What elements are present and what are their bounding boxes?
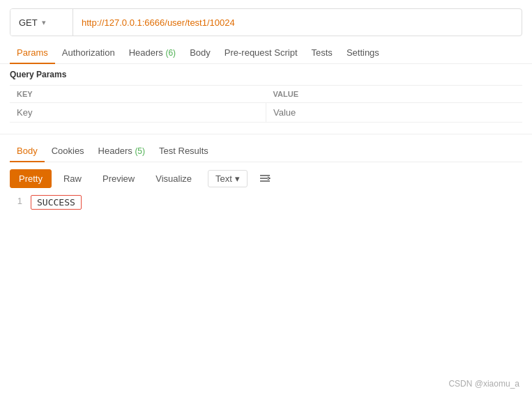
wrap-icon <box>259 173 271 185</box>
wrap-text-button[interactable] <box>254 170 275 188</box>
key-cell[interactable] <box>10 103 266 123</box>
tab-headers[interactable]: Headers (6) <box>122 42 183 63</box>
value-input[interactable] <box>273 107 515 118</box>
response-content: SUCCESS <box>31 195 82 210</box>
table-row <box>10 103 522 123</box>
tab-params[interactable]: Params <box>10 42 55 63</box>
response-body-area: 1 SUCCESS <box>10 188 522 217</box>
params-table: KEY VALUE <box>10 85 522 123</box>
response-tab-body[interactable]: Body <box>10 140 45 162</box>
response-tabs: Body Cookies Headers (5) Test Results <box>10 140 522 162</box>
format-row: Pretty Raw Preview Visualize Text ▾ <box>10 169 522 188</box>
text-dropdown-chevron-icon: ▾ <box>235 173 240 184</box>
section-divider <box>0 134 532 134</box>
response-tab-cookies[interactable]: Cookies <box>45 140 91 162</box>
format-visualize-button[interactable]: Visualize <box>146 169 201 188</box>
format-raw-button[interactable]: Raw <box>54 169 91 188</box>
tab-authorization[interactable]: Authorization <box>55 42 122 63</box>
tab-settings[interactable]: Settings <box>340 42 386 63</box>
text-type-label: Text <box>215 173 232 184</box>
tab-body[interactable]: Body <box>183 42 218 63</box>
method-chevron-icon: ▾ <box>42 18 46 27</box>
response-tab-headers[interactable]: Headers (5) <box>91 140 152 162</box>
response-section: Body Cookies Headers (5) Test Results Pr… <box>0 140 532 217</box>
query-params-title: Query Params <box>0 64 532 85</box>
method-dropdown[interactable]: GET ▾ <box>10 9 73 36</box>
value-column-header: VALUE <box>266 86 523 103</box>
watermark: CSDN @xiaomu_a <box>448 379 519 389</box>
value-cell[interactable] <box>266 103 523 123</box>
url-input[interactable] <box>73 17 522 28</box>
url-bar: GET ▾ <box>10 8 522 36</box>
key-column-header: KEY <box>10 86 266 103</box>
response-tab-test-results[interactable]: Test Results <box>152 140 215 162</box>
key-input[interactable] <box>17 107 259 118</box>
tab-pre-request-script[interactable]: Pre-request Script <box>218 42 305 63</box>
method-label: GET <box>19 17 38 28</box>
tab-tests[interactable]: Tests <box>305 42 340 63</box>
request-tabs: Params Authorization Headers (6) Body Pr… <box>0 42 532 64</box>
line-number: 1 <box>10 195 22 210</box>
format-pretty-button[interactable]: Pretty <box>10 169 52 188</box>
text-type-dropdown[interactable]: Text ▾ <box>208 170 248 187</box>
format-preview-button[interactable]: Preview <box>93 169 144 188</box>
